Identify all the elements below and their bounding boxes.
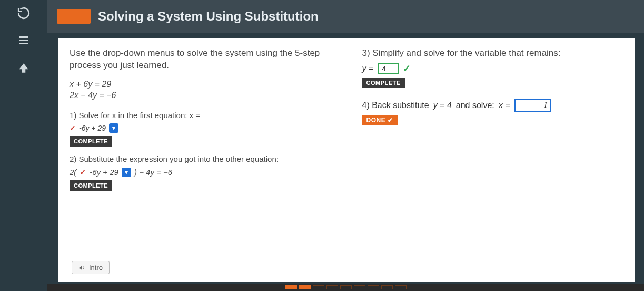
done-badge[interactable]: DONE ✔ xyxy=(362,115,398,125)
equation-1: x + 6y = 29 xyxy=(70,79,331,90)
intro-button[interactable]: Intro xyxy=(72,261,110,274)
step-4-var: x = xyxy=(499,101,510,110)
check-icon: ✓ xyxy=(403,63,411,74)
step-2: 2) Substitute the expression you got int… xyxy=(70,154,331,191)
step-2-answer: -6y + 29 xyxy=(90,167,118,178)
step-3-value: 4 xyxy=(382,64,386,73)
right-column: 3) Simplify and solve for the variable t… xyxy=(346,47,623,276)
complete-badge-2: COMPLETE xyxy=(70,180,112,191)
progress-seg[interactable] xyxy=(381,285,393,289)
step-4-label-c: and solve: xyxy=(456,101,494,110)
intro-label: Intro xyxy=(89,264,103,271)
done-label: DONE xyxy=(366,117,386,124)
up-arrow-icon[interactable] xyxy=(15,59,33,77)
check-icon: ✓ xyxy=(80,167,86,178)
header-bar: Solving a System Using Substitution xyxy=(47,0,644,33)
equation-2: 2x − 4y = −6 xyxy=(70,90,331,101)
step-3-var: y = xyxy=(362,64,374,73)
content-panel: Use the drop-down menus to solve the sys… xyxy=(58,38,635,282)
complete-badge-3: COMPLETE xyxy=(362,78,405,88)
step-2-pre: 2( xyxy=(70,167,76,178)
svg-rect-0 xyxy=(19,36,28,38)
step-1-answer-row: ✓ -6y + 29 ▾ xyxy=(70,123,331,133)
refresh-icon[interactable] xyxy=(15,4,33,22)
progress-seg[interactable] xyxy=(285,285,297,289)
progress-seg[interactable] xyxy=(299,285,311,289)
step-4-row: 4) Back substitute y = 4 and solve: x = … xyxy=(362,99,623,112)
step-1-answer: -6y + 29 xyxy=(79,123,106,133)
instructions-text: Use the drop-down menus to solve the sys… xyxy=(70,47,331,72)
step-2-expr-row: 2( ✓ -6y + 29 ▾ ) − 4y = −6 xyxy=(70,167,331,178)
step-1: 1) Solve for x in the first equation: x … xyxy=(70,110,331,147)
check-icon: ✓ xyxy=(70,123,76,133)
dropdown-icon[interactable]: ▾ xyxy=(122,168,131,177)
step-2-post: ) − 4y = −6 xyxy=(134,167,172,178)
step-3-label: 3) Simplify and solve for the variable t… xyxy=(362,47,623,60)
lesson-chip xyxy=(57,9,91,24)
page-title: Solving a System Using Substitution xyxy=(98,9,319,24)
step-4-label-a: 4) Back substitute xyxy=(362,101,429,110)
system-equations: x + 6y = 29 2x − 4y = −6 xyxy=(70,79,331,101)
left-rail xyxy=(0,0,47,291)
step-2-label: 2) Substitute the expression you got int… xyxy=(70,154,279,163)
progress-seg[interactable] xyxy=(313,285,324,289)
complete-badge-1: COMPLETE xyxy=(70,136,112,147)
progress-seg[interactable] xyxy=(368,285,379,289)
progress-strip xyxy=(47,284,644,291)
svg-rect-2 xyxy=(19,43,28,44)
list-icon[interactable] xyxy=(15,32,33,50)
progress-seg[interactable] xyxy=(395,285,407,289)
step-3-value-box[interactable]: 4 xyxy=(378,63,399,74)
progress-seg[interactable] xyxy=(354,285,365,289)
left-column: Use the drop-down menus to solve the sys… xyxy=(70,47,346,276)
progress-seg[interactable] xyxy=(340,285,352,289)
step-4-input[interactable]: I xyxy=(514,99,551,112)
step-3-row: y = 4 ✓ xyxy=(362,63,623,74)
step-4-label-b: y = 4 xyxy=(433,101,452,110)
svg-rect-1 xyxy=(19,40,28,41)
speaker-icon xyxy=(78,264,86,271)
progress-seg[interactable] xyxy=(326,285,338,289)
dropdown-icon[interactable]: ▾ xyxy=(109,123,118,133)
check-icon: ✔ xyxy=(388,117,393,124)
step-1-label: 1) Solve for x in the first equation: x … xyxy=(70,111,200,120)
